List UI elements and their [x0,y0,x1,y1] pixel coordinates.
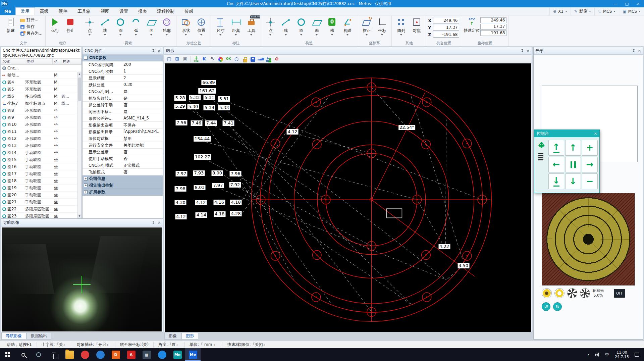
section-公司信息[interactable]: +公司信息 [83,175,163,182]
down-button[interactable]: ↓ [565,173,581,189]
property-row[interactable]: 显示公差带否 [83,149,163,155]
tree-row[interactable]: 圆5环形取圆M [1,86,82,93]
console-title-bar[interactable]: 控制台 × [534,130,599,137]
property-row[interactable]: 影像输出选项不保存 [83,122,163,128]
标注-尺寸-button[interactable]: 尺寸 [213,16,228,36]
rotate-cw-icon[interactable]: ↻ [553,302,562,311]
lock-icon[interactable] [241,55,248,63]
frame-select[interactable]: ▣MCS [619,7,644,15]
要素-点-button[interactable]: 点 [82,16,97,36]
property-value[interactable]: 否 [122,102,163,108]
search-button[interactable] [15,348,31,361]
property-row[interactable]: 超公差转手动否 [83,102,163,108]
property-row[interactable]: 限位对话框禁用 [83,135,163,142]
menu-tab-设置[interactable]: 设置 [114,7,133,15]
expand-icon[interactable]: + [84,190,88,194]
right-button[interactable]: → [582,157,598,172]
calc-app[interactable]: ▦ [139,348,154,361]
quick-position-button[interactable]: 快速定位 [463,16,480,34]
property-value[interactable]: 200 [122,61,163,68]
tree-row[interactable]: Cnc... [1,65,82,72]
property-value[interactable]: 关闭此功能 [122,142,163,148]
circle-tool-icon[interactable]: ○ [233,55,240,63]
camera-image[interactable] [2,227,162,331]
tree-row[interactable]: 圆13环形取圆坐 [1,142,82,149]
machine-x-value[interactable]: 249.46 [433,18,459,23]
rotate-ccw-icon[interactable]: ↺ [542,302,550,311]
lens-select[interactable]: ⊕X1 [549,7,571,15]
clock[interactable]: 11:00 24.7.15 [612,348,632,361]
另存为-button[interactable]: 另存为... [18,30,44,37]
multi-sector-light-button[interactable] [580,288,590,298]
select-region-icon[interactable]: ▢ [165,55,173,63]
maximize-button[interactable]: □ [621,0,633,7]
users-icon[interactable] [265,55,272,63]
k-icon[interactable]: K [201,55,208,63]
axes-select[interactable]: ∟MCS [594,7,619,15]
property-value[interactable]: 是 [122,88,163,95]
文件-新建-button[interactable]: 新建 [3,16,18,34]
red-app[interactable] [77,348,93,361]
tree-row[interactable]: 圆20手动取圆坐 [1,192,82,199]
me-blue-app[interactable]: Me [185,348,201,361]
save-view-icon[interactable] [249,55,256,63]
app-menu-button[interactable]: Me [0,7,15,15]
tree-row[interactable]: 圆8环形取圆坐 [1,107,82,114]
section-扩展参数[interactable]: +扩展参数 [83,189,163,196]
tab-导航影像[interactable]: 导航影像 [1,333,26,340]
close-icon[interactable]: × [594,132,597,136]
property-row[interactable]: CNC运行间隔200 [83,61,163,68]
light-off-button[interactable]: OFF [614,289,625,298]
构造-线-button[interactable]: 线 [278,16,293,36]
tree-row[interactable]: 圆19手动取圆坐 [1,185,82,192]
step-list-icon[interactable] [538,153,543,161]
menu-tab-工具箱[interactable]: 工具箱 [72,7,96,15]
step-down-button[interactable]: ↓ [548,173,564,189]
构造-槽-button[interactable]: 槽 [324,16,340,36]
构造-圆-button[interactable]: 圆 [293,16,309,36]
property-row[interactable]: 运行安全文件关闭此功能 [83,142,163,149]
tree-row[interactable]: 圆23多段扇区取圆坐 [1,213,82,218]
形位公差-位置-button[interactable]: 位置 [194,16,209,36]
copy-view-icon[interactable]: ▣ [181,55,189,63]
a-app[interactable]: A [123,348,139,361]
tray-expand-icon[interactable]: ∧ [585,348,592,361]
volume-icon[interactable] [592,348,602,361]
property-value[interactable]: [AppPath]\CADPi... [122,128,163,135]
add-button[interactable]: + [582,140,598,156]
pin-icon[interactable]: ↧ [521,49,524,53]
me-green-app[interactable]: Me [170,348,185,361]
scroll-down-icon[interactable]: ▼ [77,214,82,218]
close-icon[interactable]: × [527,49,530,53]
property-row[interactable]: 默认公差0.30 [83,82,163,88]
close-icon[interactable]: × [158,49,161,53]
要素-线-button[interactable]: 线 [97,16,113,36]
tab-图形[interactable]: 图形 [181,333,198,340]
程序-运行-button[interactable]: 运行 [47,16,63,34]
保存-button[interactable]: 保存 [18,23,44,30]
property-value[interactable]: 是 [122,108,163,115]
coord-position-value-0[interactable]: 249.46 [480,17,506,23]
section-cnc-params[interactable]: −CNC参数 [83,55,163,61]
tree-row[interactable]: 圆21手动取圆坐 [1,199,82,206]
task-view-button[interactable] [46,348,62,361]
scroll-thumb[interactable] [78,78,81,101]
property-value[interactable]: ASME_Y14_5 [122,115,163,121]
folder-app[interactable] [62,348,77,361]
tree-row[interactable]: 圆14手动取圆坐 [1,149,82,156]
coord-position-value-1[interactable]: 17.37 [480,24,506,30]
tree-scrollbar[interactable]: ▲ ▼ [77,72,82,218]
fit-view-icon[interactable]: ⊞ [173,55,181,63]
其他-阵列-button[interactable]: 阵列 [393,16,409,36]
block-icon[interactable]: ⊘ [273,55,280,63]
machine-y-value[interactable]: 17.37 [433,25,459,31]
要素-弧-button[interactable]: 弧 [128,16,144,36]
blue-sphere-app[interactable] [93,348,108,361]
scroll-up-icon[interactable]: ▲ [77,72,82,76]
menu-tab-报表[interactable]: 报表 [133,7,152,15]
构造-构造-button[interactable]: 构造 [340,16,355,36]
要素-面-button[interactable]: 面 [144,16,159,36]
ok-icon[interactable]: OK [225,55,232,63]
tree-row[interactable]: 圆16手动取圆坐 [1,163,82,170]
property-row[interactable]: 形位公差评...ASME_Y14_5 [83,115,163,122]
